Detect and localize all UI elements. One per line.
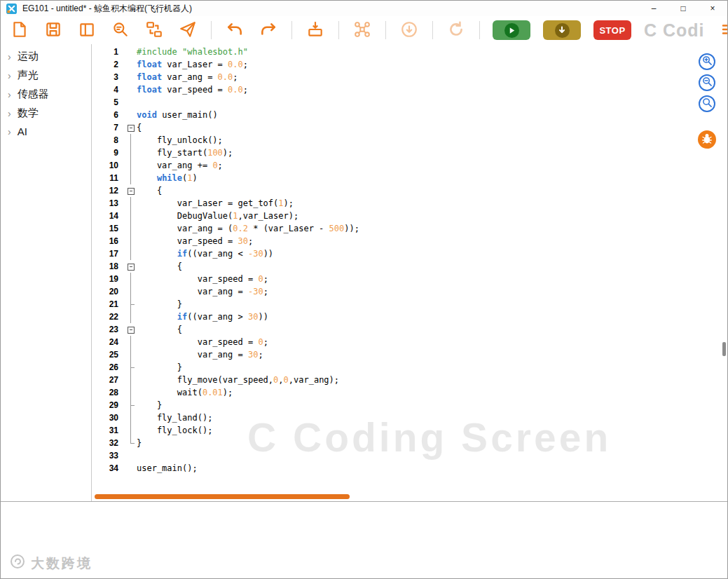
vertical-scrollbar[interactable]	[722, 44, 727, 501]
sidebar-item-motion[interactable]: ›运动	[1, 47, 91, 66]
fold-toggle-icon[interactable]	[125, 260, 137, 273]
download-program-button[interactable]	[399, 20, 420, 41]
flash-device-button[interactable]	[305, 20, 326, 41]
code-text: fly_start(100);	[137, 147, 233, 159]
fold-toggle-icon[interactable]	[125, 323, 137, 336]
code-line: 10 var_ang += 0;	[92, 159, 727, 172]
minimize-button[interactable]: –	[639, 1, 668, 16]
line-number: 13	[92, 197, 125, 210]
save-icon	[44, 20, 62, 41]
code-line: 11 while(1)	[92, 172, 727, 184]
line-number: 21	[92, 298, 125, 311]
find-button[interactable]	[110, 20, 131, 41]
code-line: 8 fly_unlock();	[92, 134, 727, 147]
code-text: fly_land();	[137, 411, 212, 424]
code-text: float var_ang = 0.0;	[137, 71, 238, 83]
console-panel: 大数跨境	[1, 501, 727, 579]
fold-guide	[125, 134, 137, 147]
refresh-button[interactable]	[446, 20, 467, 41]
drone-connect-button[interactable]	[352, 20, 373, 41]
chevron-right-icon: ›	[8, 51, 11, 62]
fold-guide	[125, 399, 137, 411]
chevron-right-icon: ›	[8, 70, 11, 81]
titlebar: EG101 - untitled* - 鲸鱼积木编程(飞行机器人) – □ ×	[1, 1, 727, 16]
horizontal-scrollbar[interactable]	[92, 493, 727, 500]
zoom-in-button[interactable]	[699, 53, 715, 70]
toolbar-separator	[338, 21, 339, 39]
stop-button[interactable]: STOP	[593, 20, 631, 40]
sidebar-item-label: 运动	[18, 50, 39, 63]
line-number: 29	[92, 399, 125, 411]
line-number: 25	[92, 348, 125, 361]
code-line: 33	[92, 449, 727, 462]
code-text: float var_Laser = 0.0;	[137, 58, 248, 71]
code-text: while(1)	[137, 172, 198, 184]
zoom-reset-button[interactable]	[699, 95, 715, 112]
menu-button[interactable]	[717, 20, 728, 41]
toolbar-separator	[385, 21, 386, 39]
line-number: 23	[92, 323, 125, 336]
line-number: 34	[92, 462, 125, 475]
code-text: if((var_ang > 30))	[137, 311, 268, 323]
vertical-scrollbar-thumb[interactable]	[722, 342, 726, 356]
line-number: 6	[92, 109, 125, 121]
code-text: }	[137, 399, 162, 411]
line-number: 32	[92, 437, 125, 449]
code-text: var_speed = 30;	[137, 235, 253, 247]
fold-toggle-icon[interactable]	[125, 121, 137, 134]
sidebar-item-ai[interactable]: ›AI	[1, 123, 91, 140]
code-line: 34user_main();	[92, 462, 727, 475]
run-button[interactable]	[493, 20, 530, 40]
code-line: 20 var_ang = -30;	[92, 285, 727, 298]
convert-blocks-button[interactable]	[144, 20, 165, 41]
code-line: 9 fly_start(100);	[92, 147, 727, 159]
horizontal-scrollbar-thumb[interactable]	[95, 494, 350, 499]
send-button[interactable]	[177, 20, 198, 41]
code-line: 17 if((var_ang < -30))	[92, 247, 727, 260]
new-file-button[interactable]	[9, 20, 30, 41]
flash-device-icon	[306, 20, 324, 41]
sidebar-item-math[interactable]: ›数学	[1, 104, 91, 123]
fold-guide	[125, 159, 137, 172]
zoom-out-button[interactable]	[699, 74, 715, 91]
editor-floating-buttons	[698, 53, 716, 149]
save-button[interactable]	[43, 20, 64, 41]
maximize-button[interactable]: □	[668, 1, 698, 16]
device-download-button[interactable]	[543, 20, 581, 40]
close-button[interactable]: ×	[698, 1, 727, 16]
code-text: float var_speed = 0.0;	[137, 83, 248, 96]
fold-guide	[125, 298, 137, 311]
toolbar-separator	[432, 21, 433, 39]
workspace-layout-button[interactable]	[76, 20, 97, 41]
line-number: 24	[92, 336, 125, 348]
code-text: fly_move(var_speed,0,0,var_ang);	[137, 374, 339, 386]
zoom-out-icon	[702, 76, 713, 89]
code-text: void user_main()	[137, 109, 218, 121]
menu-icon	[720, 21, 728, 40]
main-content: ›运动›声光›传感器›数学›AI 1#include "whalesbot.h"…	[1, 44, 727, 501]
line-number: 10	[92, 159, 125, 172]
code-text: fly_unlock();	[137, 134, 223, 147]
send-icon	[179, 20, 197, 41]
fold-toggle-icon[interactable]	[125, 184, 137, 197]
fold-guide	[125, 273, 137, 285]
line-number: 16	[92, 235, 125, 247]
sidebar-item-sensor[interactable]: ›传感器	[1, 85, 91, 104]
sidebar-item-sound-light[interactable]: ›声光	[1, 66, 91, 85]
code-line: 31 fly_lock();	[92, 424, 727, 437]
fold-guide	[125, 172, 137, 184]
fold-guide	[125, 197, 137, 210]
layout-icon	[78, 20, 96, 41]
fold-guide	[125, 58, 137, 71]
code-line: 26 }	[92, 361, 727, 374]
undo-button[interactable]	[224, 20, 245, 41]
code-text: var_speed = 0;	[137, 336, 268, 348]
redo-button[interactable]	[258, 20, 279, 41]
fold-guide	[125, 109, 137, 121]
code-line: 23 {	[92, 323, 727, 336]
fold-guide	[125, 336, 137, 348]
code-editor[interactable]: 1#include "whalesbot.h"2float var_Laser …	[92, 44, 727, 501]
toolbar-separator	[291, 21, 292, 39]
code-text: DebugValue(1,var_Laser);	[137, 210, 298, 222]
debug-button[interactable]	[698, 130, 716, 149]
